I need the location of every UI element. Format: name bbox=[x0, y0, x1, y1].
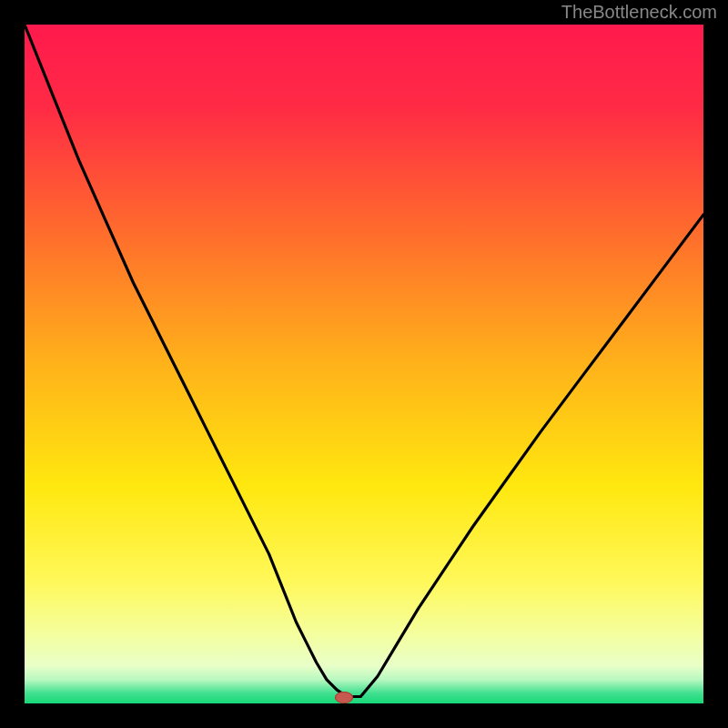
optimum-marker bbox=[335, 692, 353, 703]
plot-area bbox=[25, 25, 703, 703]
chart-frame: TheBottleneck.com bbox=[0, 0, 728, 728]
bottleneck-curve bbox=[25, 25, 703, 703]
watermark-text: TheBottleneck.com bbox=[561, 2, 717, 23]
